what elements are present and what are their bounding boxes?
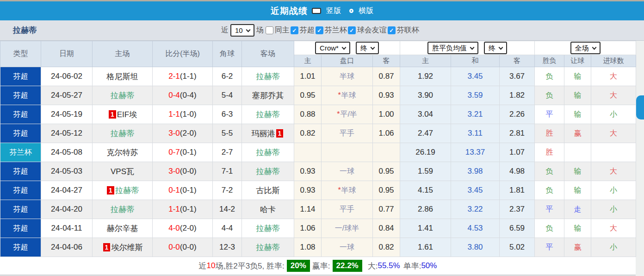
checked-checkbox-icon[interactable]: ✓ bbox=[316, 26, 323, 34]
handicap-line: 平手 bbox=[322, 200, 373, 219]
home-team-cell: 格尼斯坦 bbox=[93, 67, 153, 86]
away-team-cell: 拉赫蒂 bbox=[242, 105, 294, 124]
result-outcome: 平 bbox=[535, 238, 564, 257]
away-team-cell: 拉赫蒂 bbox=[242, 162, 294, 181]
handicap-line: *平/半 bbox=[322, 105, 373, 124]
date-cell: 24-05-08 bbox=[41, 143, 93, 162]
score-cell: 4-0(2-0) bbox=[153, 219, 213, 238]
corner-cell: 4-4 bbox=[213, 219, 242, 238]
unchecked-checkbox-icon[interactable] bbox=[266, 26, 273, 34]
radio-unselected-icon[interactable] bbox=[349, 9, 353, 13]
col-header-score: 比分(半场) bbox=[153, 41, 213, 67]
changed-line-asterisk: * bbox=[337, 110, 340, 118]
handicap-stage-select[interactable]: 终 bbox=[356, 42, 379, 54]
avg-draw-odds: 13.37 bbox=[451, 143, 500, 162]
home-team-cell: VPS瓦 bbox=[93, 162, 153, 181]
radio-label-horizontal[interactable]: 横版 bbox=[359, 6, 373, 16]
result-outcome: 负 bbox=[535, 162, 564, 181]
layout-radio-group: 竖版 横版 bbox=[312, 6, 373, 16]
checkbox-label: 芬超 bbox=[300, 25, 315, 35]
date-cell: 24-05-27 bbox=[41, 86, 93, 105]
handicap-home-odds bbox=[294, 143, 322, 162]
red-card-badge: 1 bbox=[107, 186, 114, 194]
handicap-home-odds: 0.95 bbox=[294, 86, 322, 105]
avg-home-odds: 1.59 bbox=[400, 162, 451, 181]
home-team-cell: 1埃尔维斯 bbox=[93, 238, 153, 257]
checked-checkbox-icon[interactable]: ✓ bbox=[291, 26, 298, 34]
avg-home-odds: 26.19 bbox=[400, 143, 451, 162]
corner-cell: 6-3 bbox=[213, 105, 242, 124]
result-goals: 大 bbox=[591, 67, 636, 86]
avg-draw-odds: 3.22 bbox=[451, 200, 500, 219]
date-cell: 24-04-06 bbox=[41, 238, 93, 257]
avg-select-cell: 胜平负均值 终 bbox=[400, 41, 535, 55]
home-team-cell: 克尔特苏 bbox=[93, 143, 153, 162]
away-team-cell: 拉赫蒂 bbox=[242, 238, 294, 257]
corner-cell: 5-4 bbox=[213, 86, 242, 105]
big-label: 大: bbox=[368, 261, 378, 271]
result-handicap: 输 bbox=[564, 219, 591, 238]
avg-type-select[interactable]: 胜平负均值 bbox=[427, 42, 478, 54]
match-row: 芬超24-05-27拉赫蒂0-4(0-4)5-4塞那乔其0.95*半球0.933… bbox=[0, 86, 636, 105]
handicap-home-odds: 0.93 bbox=[294, 162, 322, 181]
avg-draw-odds: 3.59 bbox=[451, 86, 500, 105]
avg-away-odds: 2.81 bbox=[500, 124, 535, 143]
date-cell: 24-05-19 bbox=[41, 105, 93, 124]
handicap-line bbox=[322, 143, 373, 162]
handicap-home-odds: 1.01 bbox=[294, 67, 322, 86]
single-value: 50% bbox=[421, 261, 437, 270]
handicap-line: 半球 bbox=[322, 67, 373, 86]
score-cell: 0-0(0-0) bbox=[153, 238, 213, 257]
result-goals: 大 bbox=[591, 162, 636, 181]
checked-checkbox-icon[interactable]: ✓ bbox=[348, 26, 356, 34]
result-handicap: 输 bbox=[564, 105, 591, 124]
filter-bar: 拉赫蒂 近 10 场 同主✓芬超✓芬兰杯✓球会友谊✓芬联杯 bbox=[0, 20, 644, 41]
avg-home-odds: 1.41 bbox=[400, 219, 451, 238]
red-card-badge: 1 bbox=[109, 110, 116, 119]
checkbox-item-same-venue[interactable]: 同主 bbox=[266, 25, 291, 35]
matches-label: 场 bbox=[256, 25, 264, 35]
score-cell: 3-0(2-0) bbox=[153, 124, 213, 143]
handicap-home-odds: 1.14 bbox=[294, 200, 322, 219]
handicap-line: 一球 bbox=[322, 162, 373, 181]
league-badge: 芬超 bbox=[0, 86, 41, 105]
radio-selected-icon[interactable] bbox=[312, 8, 321, 14]
bookmaker-select[interactable]: Crow* bbox=[315, 42, 350, 54]
scope-select[interactable]: 全场 bbox=[570, 42, 601, 54]
checkbox-label: 芬兰杯 bbox=[325, 25, 347, 35]
home-team-cell: 拉赫蒂 bbox=[93, 200, 153, 219]
avg-draw-odds: 3.98 bbox=[451, 162, 500, 181]
match-count-select[interactable]: 10 bbox=[230, 24, 254, 37]
checked-checkbox-icon[interactable]: ✓ bbox=[388, 26, 396, 34]
sub-header-avg-draw: 和 bbox=[451, 55, 500, 67]
radio-label-vertical[interactable]: 竖版 bbox=[326, 6, 341, 16]
result-outcome: 平 bbox=[535, 200, 564, 219]
result-goals: 小 bbox=[591, 181, 636, 200]
avg-stage-select[interactable]: 终 bbox=[484, 42, 507, 54]
result-handicap: 走 bbox=[564, 200, 591, 219]
match-row: 芬超24-04-20拉赫蒂1-1(0-1)14-2哈卡1.14平手0.772.8… bbox=[0, 200, 636, 219]
win-rate-badge: 20% bbox=[287, 260, 310, 272]
avg-away-odds: 4.98 bbox=[500, 162, 535, 181]
away-team-cell: 塞那乔其 bbox=[242, 86, 294, 105]
col-header-home: 主场 bbox=[93, 41, 153, 67]
results-table: 类型 日期 主场 比分(半场) 角球 客场 Crow* 终 bbox=[0, 41, 636, 257]
checkbox-item-fin-league-cup[interactable]: ✓芬联杯 bbox=[388, 25, 420, 35]
col-header-corner: 角球 bbox=[213, 41, 242, 67]
league-badge: 芬超 bbox=[0, 181, 41, 200]
league-badge: 芬超 bbox=[0, 105, 41, 124]
score-cell: 0-4(0-4) bbox=[153, 86, 213, 105]
score-cell: 1-1(1-0) bbox=[153, 105, 213, 124]
side-panel-handle[interactable] bbox=[636, 95, 644, 119]
checkbox-item-fin-cup[interactable]: ✓芬兰杯 bbox=[316, 25, 348, 35]
col-header-away: 客场 bbox=[242, 41, 294, 67]
checkbox-item-club-friendly[interactable]: ✓球会友谊 bbox=[348, 25, 388, 35]
result-handicap: 输 bbox=[564, 162, 591, 181]
avg-home-odds: 1.92 bbox=[400, 67, 451, 86]
checkbox-item-fin-super[interactable]: ✓芬超 bbox=[291, 25, 316, 35]
col-header-type: 类型 bbox=[0, 41, 41, 67]
league-badge: 芬超 bbox=[0, 124, 41, 143]
handicap-away-odds: 0.87 bbox=[373, 67, 400, 86]
sub-header-avg-away: 客 bbox=[500, 55, 535, 67]
avg-away-odds: 1.82 bbox=[500, 86, 535, 105]
